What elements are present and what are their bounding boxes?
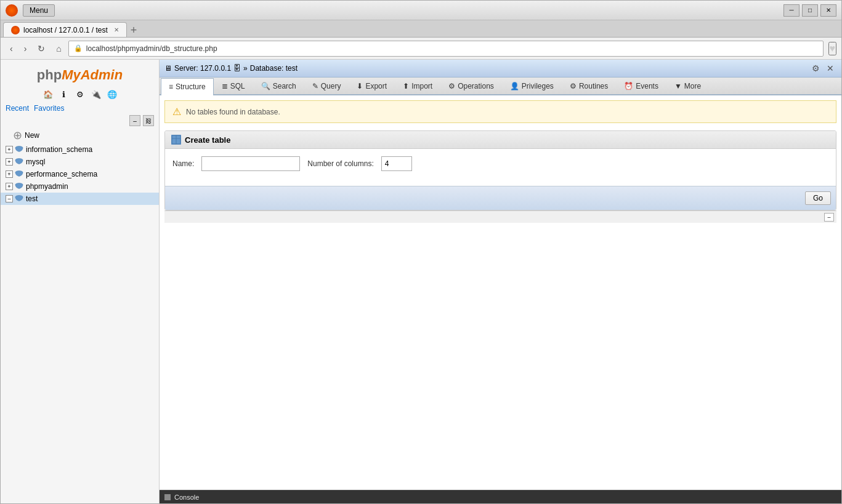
back-button[interactable]: ‹: [6, 41, 17, 57]
minimize-button[interactable]: ─: [783, 4, 799, 17]
db-icon-test: [14, 194, 24, 204]
console-label: Console: [174, 494, 199, 501]
operations-tab-label: Operations: [458, 82, 494, 90]
title-bar: Menu ─ □ ✕: [1, 1, 841, 20]
new-label: New: [25, 131, 39, 140]
console-icon: [164, 494, 171, 500]
query-tab-icon: ✎: [312, 82, 318, 90]
tabs-bar: ≡ Structure ≣ SQL 🔍 Search ✎ Query ⬇: [160, 78, 841, 95]
tab-title: localhost / 127.0.0.1 / test: [23, 26, 108, 34]
routines-tab-label: Routines: [579, 82, 608, 90]
tree-item-performance-schema[interactable]: + performance_schema: [1, 168, 159, 180]
warning-text: No tables found in database.: [186, 108, 280, 116]
expand-performance-schema[interactable]: +: [6, 170, 13, 178]
refresh-button[interactable]: ↻: [33, 41, 49, 57]
header-controls: ⚙ ✕: [809, 62, 836, 74]
tab-favicon: [11, 26, 20, 34]
tab-privileges[interactable]: 👤 Privileges: [502, 78, 562, 94]
menu-button[interactable]: Menu: [23, 4, 55, 17]
tab-search[interactable]: 🔍 Search: [253, 78, 304, 94]
tree-item-phpmyadmin[interactable]: + phpmyadmin: [1, 180, 159, 193]
tree-item-test[interactable]: – test: [1, 193, 159, 205]
settings-header-button[interactable]: ⚙: [809, 62, 822, 74]
forward-button[interactable]: ›: [20, 41, 31, 57]
globe-icon[interactable]: 🌐: [106, 88, 118, 100]
structure-tab-label: Structure: [176, 82, 206, 91]
db-icon-phpmyadmin: [14, 182, 24, 191]
favorites-button[interactable]: Favorites: [34, 104, 64, 113]
tab-more[interactable]: ▼ More: [666, 78, 709, 94]
settings-icon[interactable]: ⚙: [74, 88, 86, 100]
expand-information-schema[interactable]: +: [6, 146, 13, 153]
create-table-header: Create table: [165, 131, 836, 149]
db-icon-header: 🗄: [233, 64, 241, 73]
privileges-tab-label: Privileges: [522, 82, 554, 90]
expand-mysql[interactable]: +: [6, 158, 13, 166]
tab-operations[interactable]: ⚙ Operations: [440, 78, 502, 94]
db-name-phpmyadmin: phpmyadmin: [26, 182, 68, 191]
address-bar[interactable]: 🔒 localhost/phpmyadmin/db_structure.php: [68, 41, 824, 57]
create-table-body: Name: Number of columns:: [165, 149, 836, 178]
tab-routines[interactable]: ⚙ Routines: [562, 78, 616, 94]
import-tab-icon: ⬆: [403, 82, 409, 90]
separator: [29, 104, 34, 113]
new-tab-button[interactable]: +: [127, 24, 141, 37]
expand-header-button[interactable]: ✕: [824, 62, 836, 74]
operations-tab-icon: ⚙: [448, 82, 455, 90]
tab-query[interactable]: ✎ Query: [304, 78, 349, 94]
pma-logo: phpMyAdmin: [1, 60, 159, 86]
tab-events[interactable]: ⏰ Events: [616, 78, 666, 94]
export-tab-label: Export: [365, 82, 387, 90]
import-tab-label: Import: [411, 82, 432, 90]
expand-test[interactable]: –: [6, 195, 13, 202]
columns-input[interactable]: [381, 156, 412, 171]
go-button[interactable]: Go: [805, 191, 831, 205]
new-icon: ⊕: [13, 129, 22, 142]
collapse-button[interactable]: –: [824, 213, 834, 222]
plugin-icon[interactable]: 🔌: [90, 88, 102, 100]
tree-item-new[interactable]: ⊕ New: [1, 127, 159, 143]
address-text: localhost/phpmyadmin/db_structure.php: [86, 44, 818, 53]
columns-label: Number of columns:: [307, 159, 373, 168]
breadcrumb-separator: »: [243, 64, 248, 73]
home-button[interactable]: ⌂: [52, 41, 65, 57]
routines-tab-icon: ⚙: [570, 82, 577, 90]
recent-favs: Recent Favorites: [1, 103, 159, 114]
tab-export[interactable]: ⬇ Export: [349, 78, 395, 94]
query-tab-label: Query: [321, 82, 341, 90]
sidebar-controls: – ⛓: [1, 114, 159, 127]
bookmark-button[interactable]: ♥: [828, 42, 837, 55]
info-icon[interactable]: ℹ: [58, 88, 70, 100]
go-section: Go: [165, 186, 836, 210]
tab-close-button[interactable]: ✕: [114, 26, 119, 33]
search-tab-icon: 🔍: [261, 82, 270, 90]
create-table-icon: [171, 135, 181, 145]
tab-import[interactable]: ⬆ Import: [395, 78, 440, 94]
expand-phpmyadmin[interactable]: +: [6, 183, 13, 190]
collapse-sidebar-button[interactable]: –: [129, 115, 140, 126]
recent-button[interactable]: Recent: [6, 104, 29, 113]
create-table-section: Create table Name: Number of columns: Go: [164, 130, 836, 210]
privileges-tab-icon: 👤: [510, 82, 519, 90]
more-tab-label: More: [684, 82, 701, 90]
name-label: Name:: [172, 159, 194, 168]
tab-sql[interactable]: ≣ SQL: [214, 78, 253, 94]
home-icon[interactable]: 🏠: [42, 88, 54, 100]
sidebar: phpMyAdmin 🏠 ℹ ⚙ 🔌 🌐 Recent Favorites – …: [1, 60, 160, 503]
browser-tab[interactable]: localhost / 127.0.0.1 / test ✕: [3, 22, 127, 37]
tree-item-mysql[interactable]: + mysql: [1, 156, 159, 168]
db-icon-performance-schema: [14, 169, 24, 179]
link-sidebar-button[interactable]: ⛓: [143, 115, 154, 126]
tab-structure[interactable]: ≡ Structure: [161, 78, 214, 95]
create-table-title: Create table: [185, 135, 230, 145]
console-bar[interactable]: Console: [160, 490, 841, 503]
browser-icon: [6, 4, 18, 17]
table-name-input[interactable]: [201, 156, 300, 171]
close-button[interactable]: ✕: [820, 4, 836, 17]
warning-icon: ⚠: [172, 106, 181, 118]
logo-php: php: [37, 67, 62, 82]
db-icon-mysql: [14, 157, 24, 167]
logo-myadmin: MyAdmin: [62, 67, 123, 82]
maximize-button[interactable]: □: [802, 4, 818, 17]
tree-item-information-schema[interactable]: + information_schema: [1, 143, 159, 156]
